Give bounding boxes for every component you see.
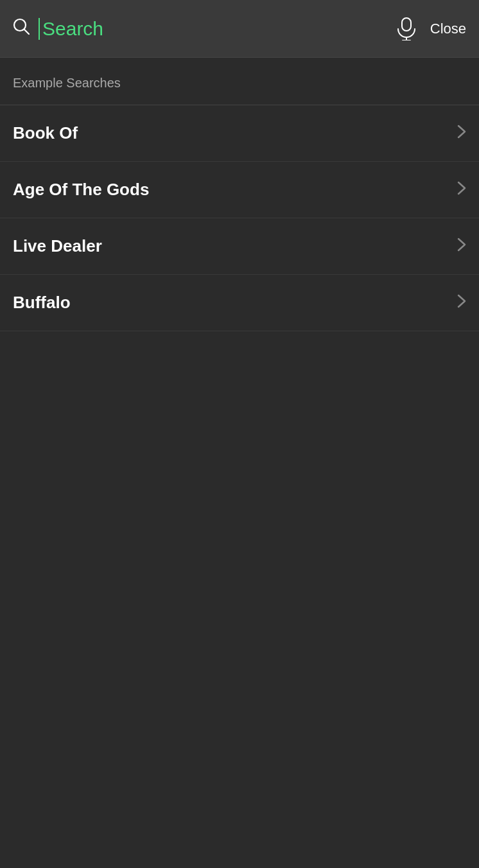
chevron-right-icon [457, 125, 466, 143]
header-actions: Close [396, 16, 466, 42]
search-item-label-live-dealer: Live Dealer [13, 236, 451, 256]
svg-rect-2 [402, 18, 411, 31]
microphone-icon[interactable] [396, 16, 417, 42]
chevron-right-icon [457, 294, 466, 312]
section-label: Example Searches [0, 58, 479, 105]
search-header: Search Close [0, 0, 479, 58]
search-item-live-dealer[interactable]: Live Dealer [0, 218, 479, 275]
search-list: Book OfAge Of The GodsLive DealerBuffalo [0, 105, 479, 331]
search-input[interactable]: Search [39, 18, 396, 40]
chevron-right-icon [457, 238, 466, 256]
search-item-label-book-of: Book Of [13, 123, 451, 143]
search-item-book-of[interactable]: Book Of [0, 105, 479, 162]
chevron-right-icon [457, 181, 466, 199]
search-text: Search [42, 18, 103, 39]
text-cursor [39, 18, 40, 40]
search-item-label-buffalo: Buffalo [13, 293, 451, 313]
search-item-label-age-of-the-gods: Age Of The Gods [13, 180, 451, 200]
svg-line-1 [24, 30, 29, 34]
close-button[interactable]: Close [430, 21, 466, 37]
search-item-buffalo[interactable]: Buffalo [0, 275, 479, 331]
search-icon [13, 18, 30, 39]
search-item-age-of-the-gods[interactable]: Age Of The Gods [0, 162, 479, 218]
